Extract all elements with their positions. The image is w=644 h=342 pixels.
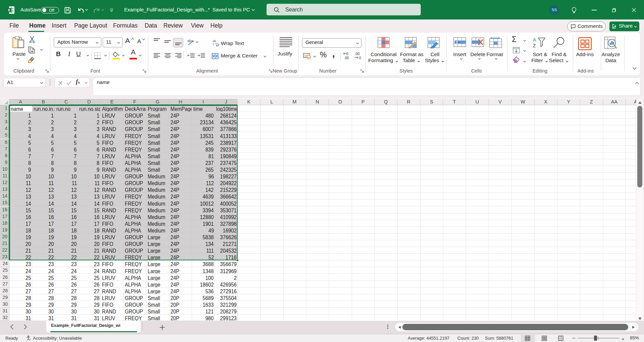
svg-text:Z: Z [533,43,536,48]
svg-text:0: 0 [346,52,348,56]
svg-text:c: c [213,42,214,46]
svg-text:.00: .00 [355,52,360,56]
svg-text:A: A [533,37,536,42]
svg-text:0: 0 [359,56,361,60]
svg-text:X: X [8,8,10,12]
svg-text:.00: .00 [344,56,349,60]
svg-text:ab: ab [187,39,191,43]
svg-text:?: ? [29,338,31,341]
